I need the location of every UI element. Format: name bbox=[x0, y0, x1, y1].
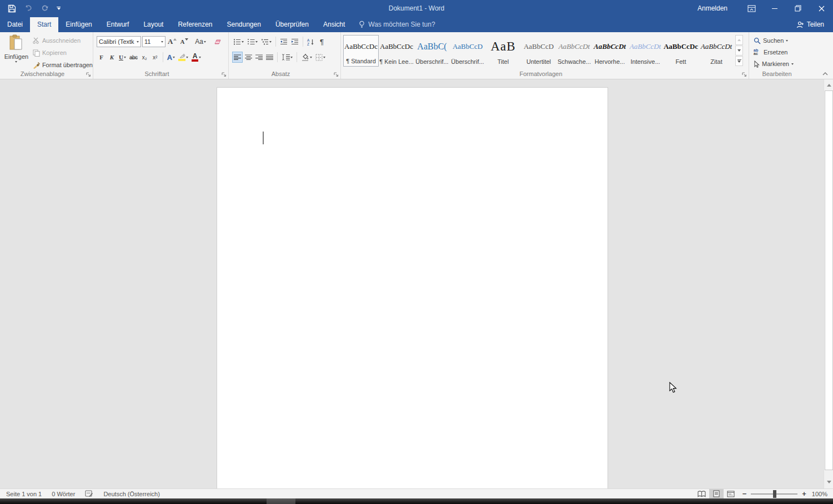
customize-qat-button[interactable] bbox=[57, 7, 61, 11]
scrollbar-down-button[interactable] bbox=[825, 477, 833, 486]
style-untertitel[interactable]: AaBbCcD Untertitel bbox=[521, 35, 556, 67]
align-center-button[interactable] bbox=[244, 52, 253, 63]
shading-button[interactable] bbox=[300, 52, 313, 63]
align-right-button[interactable] bbox=[254, 52, 264, 63]
style-hervorhebung[interactable]: AaBbCcDt Hervorhe... bbox=[592, 35, 628, 67]
print-layout-button[interactable] bbox=[709, 489, 724, 498]
redo-button[interactable] bbox=[41, 4, 49, 12]
style-titel[interactable]: AaB Titel bbox=[485, 35, 521, 67]
undo-button[interactable] bbox=[24, 4, 33, 12]
close-button[interactable] bbox=[810, 0, 833, 17]
replace-button[interactable]: abac Ersetzen bbox=[754, 47, 805, 57]
proofing-status[interactable] bbox=[80, 490, 98, 497]
tell-me-box[interactable]: Was möchten Sie tun? bbox=[352, 17, 441, 32]
style-label: ¶ Kein Lee... bbox=[379, 58, 414, 65]
tab-layout[interactable]: Layout bbox=[136, 17, 170, 32]
font-dialog-launcher[interactable] bbox=[222, 70, 227, 77]
style-preview: AaBbCcD bbox=[524, 35, 554, 58]
zoom-slider-thumb[interactable] bbox=[773, 490, 776, 498]
show-hide-pilcrow-button[interactable]: ¶ bbox=[317, 36, 327, 47]
language-status[interactable]: Deutsch (Österreich) bbox=[98, 491, 164, 497]
sign-in-link[interactable]: Anmelden bbox=[685, 4, 740, 12]
web-layout-button[interactable] bbox=[724, 489, 738, 498]
italic-button[interactable]: K bbox=[107, 52, 117, 63]
paragraph-dialog-launcher[interactable] bbox=[334, 70, 339, 77]
find-button[interactable]: Suchen bbox=[754, 36, 805, 46]
shrink-font-button[interactable]: A bbox=[179, 36, 189, 47]
styles-more-button[interactable] bbox=[735, 56, 743, 66]
tab-referenzen[interactable]: Referenzen bbox=[170, 17, 219, 32]
style-ueberschrift-1[interactable]: AaBbC( Überschrif... bbox=[414, 35, 450, 67]
styles-scroll-down-button[interactable] bbox=[735, 46, 743, 56]
vertical-scrollbar[interactable] bbox=[824, 79, 833, 488]
find-label: Suchen bbox=[763, 37, 784, 44]
style-fett[interactable]: AaBbCcDc Fett bbox=[663, 35, 699, 67]
decrease-indent-button[interactable] bbox=[279, 36, 289, 47]
scrollbar-up-button[interactable] bbox=[825, 80, 833, 89]
tab-einfuegen[interactable]: Einfügen bbox=[58, 17, 99, 32]
tab-entwurf[interactable]: Entwurf bbox=[99, 17, 137, 32]
style-kein-leerraum[interactable]: AaBbCcDc ¶ Kein Lee... bbox=[379, 35, 414, 67]
scrollbar-thumb[interactable] bbox=[825, 90, 833, 470]
superscript-button[interactable]: x² bbox=[150, 52, 160, 63]
font-color-button[interactable]: A bbox=[190, 52, 202, 63]
style-ueberschrift-2[interactable]: AaBbCcD Überschrif... bbox=[450, 35, 485, 67]
styles-dialog-launcher[interactable] bbox=[742, 70, 747, 77]
taskbar-edge-highlight bbox=[267, 498, 295, 504]
collapse-ribbon-button[interactable] bbox=[822, 70, 829, 77]
grow-font-button[interactable]: A bbox=[167, 36, 178, 47]
ribbon-display-options-button[interactable] bbox=[740, 0, 763, 17]
increase-indent-button[interactable] bbox=[290, 36, 300, 47]
strikethrough-button[interactable]: abc bbox=[128, 52, 139, 63]
borders-button[interactable] bbox=[314, 52, 327, 63]
styles-scroll-up-button[interactable] bbox=[735, 35, 743, 45]
page-number-status[interactable]: Seite 1 von 1 bbox=[1, 491, 47, 497]
zoom-slider[interactable] bbox=[751, 493, 797, 495]
paste-button[interactable]: Einfügen bbox=[2, 34, 31, 69]
cut-button[interactable]: Ausschneiden bbox=[33, 36, 93, 46]
clipboard-dialog-launcher[interactable] bbox=[86, 70, 91, 77]
style-intensive-hervorhebung[interactable]: AaBbCcDt Intensive... bbox=[628, 35, 663, 67]
tab-sendungen[interactable]: Sendungen bbox=[220, 17, 268, 32]
zoom-out-button[interactable]: − bbox=[742, 491, 747, 497]
change-case-button[interactable]: Aa bbox=[194, 36, 207, 47]
style-schwache-hervorhebung[interactable]: AaBbCcDt Schwache... bbox=[556, 35, 592, 67]
tab-ueberpruefen[interactable]: Überprüfen bbox=[268, 17, 316, 32]
select-button[interactable]: Markieren bbox=[754, 59, 805, 69]
bold-button[interactable]: F bbox=[97, 52, 106, 63]
clear-formatting-button[interactable] bbox=[213, 36, 223, 47]
chevron-down-icon bbox=[310, 57, 312, 58]
style-zitat[interactable]: AaBbCcDt Zitat bbox=[699, 35, 734, 67]
title-bar: Dokument1 - Word Anmelden bbox=[0, 0, 833, 17]
word-count-status[interactable]: 0 Wörter bbox=[47, 491, 80, 497]
tab-ansicht[interactable]: Ansicht bbox=[316, 17, 352, 32]
text-effects-button[interactable]: A bbox=[166, 52, 176, 63]
copy-button[interactable]: Kopieren bbox=[33, 48, 93, 58]
zoom-in-button[interactable]: + bbox=[802, 491, 806, 497]
bullets-button[interactable] bbox=[232, 36, 245, 47]
zoom-level[interactable]: 100% bbox=[811, 491, 832, 497]
multilevel-list-button[interactable] bbox=[260, 36, 273, 47]
tab-start[interactable]: Start bbox=[30, 17, 58, 32]
read-mode-button[interactable] bbox=[695, 489, 709, 498]
font-size-combo[interactable]: 11 bbox=[142, 36, 165, 47]
format-painter-button[interactable]: Format übertragen bbox=[33, 60, 93, 70]
subscript-button[interactable]: x₂ bbox=[140, 52, 149, 63]
highlight-button[interactable] bbox=[177, 52, 189, 63]
tab-datei[interactable]: Datei bbox=[0, 17, 30, 32]
style-standard[interactable]: AaBbCcDc ¶ Standard bbox=[343, 35, 379, 67]
restore-button[interactable] bbox=[786, 0, 810, 17]
mouse-cursor-icon bbox=[669, 382, 677, 394]
sort-button[interactable]: AZ bbox=[306, 36, 316, 47]
minimize-button[interactable] bbox=[763, 0, 786, 17]
share-button[interactable]: Teilen bbox=[787, 17, 833, 32]
style-preview: AaB bbox=[490, 35, 515, 58]
numbering-button[interactable] bbox=[246, 36, 259, 47]
justify-button[interactable] bbox=[265, 52, 274, 63]
align-left-button[interactable] bbox=[232, 52, 243, 63]
line-spacing-button[interactable] bbox=[280, 52, 294, 63]
document-page[interactable] bbox=[217, 87, 608, 488]
save-button[interactable] bbox=[8, 4, 16, 13]
underline-button[interactable]: U bbox=[118, 52, 127, 63]
font-family-combo[interactable]: Calibri (Textk bbox=[97, 36, 141, 47]
